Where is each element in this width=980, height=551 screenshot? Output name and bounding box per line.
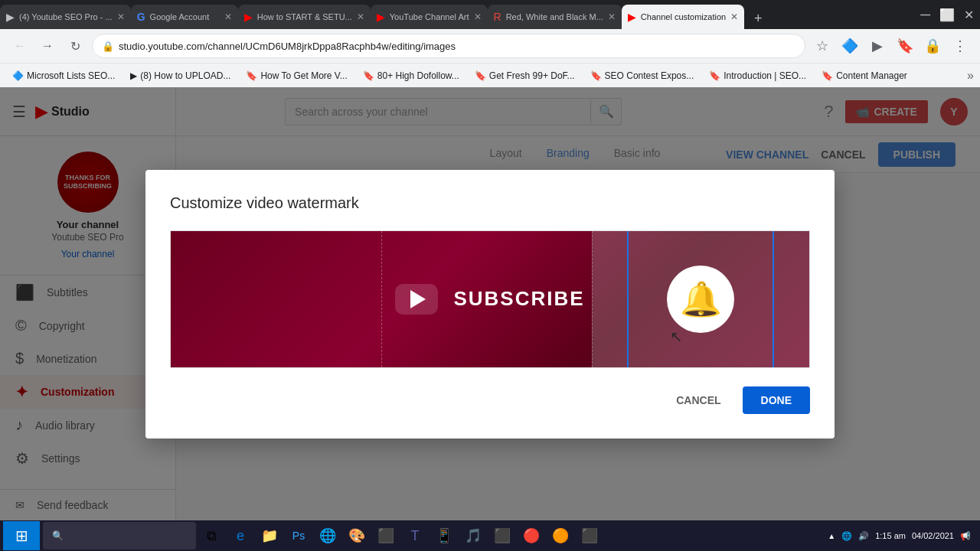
bookmark-4[interactable]: 🔖 80+ High Dofollow... (357, 69, 466, 83)
minimize-button[interactable]: ─ (917, 4, 933, 26)
url-text: studio.youtube.com/channel/UCmD6UM8jrkDp… (119, 41, 456, 52)
subscribe-bg: SUBSCRIBE (171, 231, 809, 367)
taskbar-search[interactable]: 🔍 (43, 522, 196, 549)
taskbar-app-2[interactable]: 🎵 (459, 522, 487, 549)
tab-1[interactable]: ▶ (4) Youtube SEO Pro - ... ✕ (0, 5, 131, 29)
bell-selected-region: 🔔 (592, 231, 809, 367)
taskbar-notification[interactable]: 📢 (960, 531, 971, 541)
tab-2-title: Google Account (150, 12, 220, 21)
close-button[interactable]: ✕ (961, 5, 977, 25)
dialog-footer: CANCEL DONE (170, 386, 810, 414)
extension-icon-4[interactable]: 🔒 (922, 35, 943, 57)
secure-icon: 🔒 (102, 41, 114, 52)
taskbar-right: ▲ 🌐 🔊 1:15 am 04/02/2021 📢 (828, 531, 977, 541)
watermark-preview-container: SUBSCRIBE (171, 231, 809, 367)
tab-6-favicon: ▶ (628, 11, 636, 23)
taskbar-photoshop[interactable]: Ps (285, 522, 312, 549)
tab-2-close[interactable]: ✕ (224, 11, 232, 22)
play-triangle-icon (410, 290, 426, 308)
taskbar-teams[interactable]: T (401, 522, 429, 549)
taskbar-task-view[interactable]: ⧉ (198, 522, 225, 549)
tab-3-close[interactable]: ✕ (357, 11, 364, 22)
taskbar: ⊞ 🔍 ⧉ e 📁 Ps 🌐 🎨 ⬛ T 📱 🎵 ⬛ 🔴 🟠 ⬛ ▲ 🌐 🔊 1… (0, 520, 980, 551)
tab-4-close[interactable]: ✕ (474, 11, 482, 22)
taskbar-sound-icon: 🔊 (858, 531, 869, 541)
taskbar-app-6[interactable]: ⬛ (576, 522, 603, 549)
bookmark-6[interactable]: 🔖 SEO Contest Expos... (584, 69, 701, 83)
tab-6-close[interactable]: ✕ (730, 11, 738, 22)
bookmark-3[interactable]: 🔖 How To Get More V... (240, 69, 353, 83)
yt-play-box (395, 284, 438, 315)
dialog-cancel-button[interactable]: CANCEL (664, 388, 733, 412)
forward-button[interactable]: → (37, 35, 58, 57)
browser-action-icons: ☆ 🔷 ▶ 🔖 🔒 ⋮ (812, 35, 971, 57)
tab-3[interactable]: ▶ How to START & SETU... ✕ (238, 5, 371, 29)
taskbar-app-1[interactable]: 📱 (430, 522, 458, 549)
bell-circle: 🔔 (667, 266, 734, 333)
taskbar-network-icon: 🌐 (841, 531, 852, 541)
tab-2[interactable]: G Google Account ✕ (131, 5, 238, 29)
bookmark-2[interactable]: ▶ (8) How to UPLOAD... (124, 69, 237, 83)
bell-icon: 🔔 (680, 279, 722, 319)
maximize-button[interactable]: ⬜ (936, 5, 958, 25)
customize-watermark-dialog: Customize video watermark SUBSCRIBE (145, 170, 835, 439)
start-button[interactable]: ⊞ (3, 521, 40, 550)
taskbar-icons: 🔍 ⧉ e 📁 Ps 🌐 🎨 ⬛ T 📱 🎵 ⬛ 🔴 🟠 ⬛ (43, 522, 603, 549)
bookmark-8[interactable]: 🔖 Content Manager (815, 69, 913, 83)
address-bar[interactable]: 🔒 studio.youtube.com/channel/UCmD6UM8jrk… (92, 34, 805, 58)
tab-6-title: Channel customization (641, 12, 726, 21)
taskbar-search-icon: 🔍 (52, 530, 64, 541)
dialog-overlay: Customize video watermark SUBSCRIBE (0, 87, 980, 520)
tab-1-title: (4) Youtube SEO Pro - ... (19, 12, 113, 21)
taskbar-vscode[interactable]: ⬛ (372, 522, 400, 549)
taskbar-paint[interactable]: 🎨 (343, 522, 371, 549)
back-button[interactable]: ← (9, 35, 31, 57)
taskbar-app-4[interactable]: 🔴 (518, 522, 545, 549)
browser-controls: ← → ↻ 🔒 studio.youtube.com/channel/UCmD6… (0, 29, 980, 63)
taskbar-time: 1:15 am (875, 531, 906, 540)
taskbar-up-arrow[interactable]: ▲ (828, 532, 835, 540)
bookmark-5[interactable]: 🔖 Get Fresh 99+ DoF... (469, 69, 581, 83)
tab-1-favicon: ▶ (6, 11, 15, 23)
tab-2-favicon: G (137, 11, 145, 23)
tab-5-title: Red, White and Black M... (506, 12, 603, 21)
taskbar-app-5[interactable]: 🟠 (547, 522, 574, 549)
bookmarks-bar: 🔷 Microsoft Lists SEO... ▶ (8) How to UP… (0, 63, 980, 87)
bell-selection-wrapper: 🔔 (667, 266, 734, 333)
tab-6[interactable]: ▶ Channel customization ✕ (622, 5, 744, 29)
watermark-image-area: SUBSCRIBE (170, 230, 810, 368)
extension-icon-2[interactable]: ▶ (867, 35, 888, 57)
taskbar-app-3[interactable]: ⬛ (488, 522, 516, 549)
taskbar-date: 04/02/2021 (912, 531, 954, 540)
tab-5-favicon: R (494, 11, 501, 23)
subscribe-text: SUBSCRIBE (453, 287, 584, 311)
tab-5[interactable]: R Red, White and Black M... ✕ (488, 5, 622, 29)
bookmark-icon[interactable]: ☆ (812, 35, 833, 57)
tab-1-close[interactable]: ✕ (117, 11, 125, 22)
bookmark-7[interactable]: 🔖 Introduction | SEO... (703, 69, 812, 83)
tab-bar: ▶ (4) Youtube SEO Pro - ... ✕ G Google A… (0, 0, 980, 29)
refresh-button[interactable]: ↻ (64, 35, 86, 57)
new-tab-button[interactable]: + (747, 8, 769, 29)
tab-3-title: How to START & SETU... (257, 12, 352, 21)
tab-4-favicon: ▶ (377, 11, 385, 23)
extension-icon-3[interactable]: 🔖 (894, 35, 916, 57)
bookmarks-more-icon[interactable]: » (967, 69, 974, 83)
bookmark-1[interactable]: 🔷 Microsoft Lists SEO... (6, 69, 121, 83)
tab-4-title: YouTube Channel Art (390, 12, 469, 21)
taskbar-file-explorer[interactable]: 📁 (256, 522, 283, 549)
taskbar-chrome[interactable]: 🌐 (314, 522, 341, 549)
tab-5-close[interactable]: ✕ (608, 11, 616, 22)
dialog-done-button[interactable]: DONE (743, 386, 810, 414)
tab-3-favicon: ▶ (244, 11, 253, 23)
column-divider-1 (381, 231, 382, 367)
taskbar-edge[interactable]: e (227, 522, 254, 549)
tab-4[interactable]: ▶ YouTube Channel Art ✕ (371, 5, 488, 29)
extension-icon-1[interactable]: 🔷 (839, 35, 861, 57)
more-options-button[interactable]: ⋮ (949, 35, 971, 57)
dialog-title: Customize video watermark (170, 194, 810, 212)
